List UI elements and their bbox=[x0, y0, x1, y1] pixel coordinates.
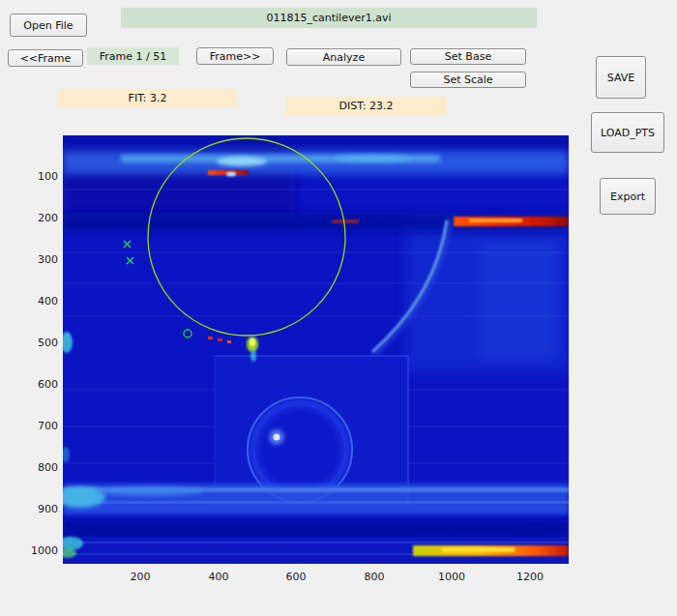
y-tick-label: 900 bbox=[25, 503, 58, 516]
x-tick-label: 1200 bbox=[509, 571, 551, 584]
app-window: Open File 011815_cantilever1.avi <<Frame… bbox=[0, 0, 677, 616]
y-tick-label: 300 bbox=[25, 253, 58, 267]
export-button[interactable]: Export bbox=[600, 178, 656, 215]
y-tick-label: 1000 bbox=[25, 544, 58, 558]
droplet-highlight bbox=[274, 434, 280, 441]
save-button[interactable]: SAVE bbox=[596, 56, 646, 99]
point-marker bbox=[208, 337, 213, 339]
open-file-button[interactable]: Open File bbox=[10, 14, 87, 37]
x-tick-label: 800 bbox=[353, 571, 396, 584]
x-tick-label: 1000 bbox=[430, 571, 473, 584]
y-tick-label: 500 bbox=[25, 337, 58, 350]
analyze-button[interactable]: Analyze bbox=[286, 48, 401, 66]
fit-value-field: FIT: 3.2 bbox=[58, 89, 237, 107]
set-base-button[interactable]: Set Base bbox=[410, 48, 526, 65]
next-frame-button[interactable]: Frame>> bbox=[196, 47, 274, 65]
dist-value-field: DIST: 23.2 bbox=[285, 97, 447, 115]
heatmap-image[interactable] bbox=[63, 135, 569, 564]
y-tick-label: 400 bbox=[25, 295, 58, 308]
x-tick-label: 400 bbox=[197, 571, 240, 584]
load-pts-button[interactable]: LOAD_PTS bbox=[591, 112, 664, 153]
x-tick-label: 600 bbox=[275, 571, 317, 584]
y-tick-label: 200 bbox=[25, 212, 58, 225]
point-marker bbox=[227, 340, 231, 343]
y-tick-label: 100 bbox=[25, 170, 58, 184]
y-tick-label: 800 bbox=[25, 461, 58, 475]
prev-frame-button[interactable]: <<Frame bbox=[8, 49, 83, 67]
x-tick-label: 200 bbox=[119, 571, 162, 584]
set-scale-button[interactable]: Set Scale bbox=[410, 72, 526, 88]
y-tick-label: 600 bbox=[25, 378, 58, 392]
y-tick-label: 700 bbox=[25, 420, 58, 433]
point-marker bbox=[218, 338, 222, 341]
frame-counter-field: Frame 1 / 51 bbox=[87, 47, 179, 65]
filename-field: 011815_cantilever1.avi bbox=[121, 8, 537, 28]
